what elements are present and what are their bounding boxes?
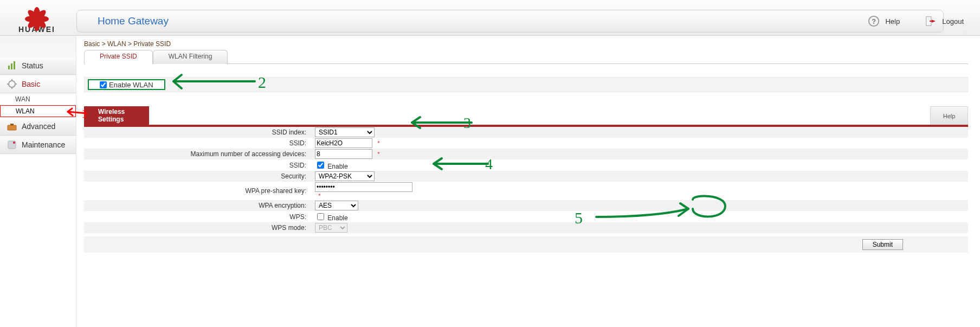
sidebar-item-maintenance[interactable]: Maintenance: [0, 136, 76, 154]
logout-link[interactable]: Logout: [925, 15, 964, 27]
svg-text:?: ?: [872, 17, 876, 25]
sidebar-sublabel-wan: WAN: [15, 95, 30, 103]
wireless-settings-panel: Wireless Settings Help SSID index: SSID1…: [84, 106, 968, 233]
label-wps-mode: WPS mode:: [84, 222, 312, 233]
label-psk: WPA pre-shared key:: [84, 182, 312, 200]
sidebar-label-advanced: Advanced: [22, 122, 55, 131]
label-encryption: WPA encryption:: [84, 200, 312, 211]
label-ssid-index: SSID index:: [84, 127, 312, 138]
title-card: Home Gateway: [76, 10, 944, 33]
breadcrumb: Basic > WLAN > Private SSID: [84, 40, 971, 48]
ssid-enable-text: Enable: [327, 163, 347, 170]
settings-form: SSID index: SSID1 SSID: * Maximum number…: [84, 127, 968, 233]
required-mark: *: [377, 151, 379, 157]
sidebar-sublabel-wlan: WLAN: [16, 107, 35, 115]
submit-label: Submit: [873, 241, 893, 248]
sidebar-label-basic: Basic: [22, 80, 40, 88]
sidebar-item-advanced[interactable]: Advanced: [0, 117, 76, 136]
submit-row: Submit: [84, 236, 968, 253]
sidebar: Status Basic WAN WLAN Advanced Maintenan…: [0, 36, 76, 327]
ssid-input[interactable]: [315, 138, 372, 148]
maintenance-icon: [7, 139, 17, 150]
label-security: Security:: [84, 171, 312, 182]
sidebar-item-basic[interactable]: Basic: [0, 75, 76, 93]
help-link[interactable]: ? Help: [868, 15, 900, 27]
panel-title: Wireless Settings: [84, 106, 149, 125]
wps-text: Enable: [327, 214, 347, 222]
psk-input[interactable]: [315, 182, 412, 192]
tab-wlan-filtering[interactable]: WLAN Filtering: [153, 50, 228, 64]
main-area: Basic > WLAN > Private SSID Private SSID…: [76, 36, 980, 327]
enable-wlan-label: Enable WLAN: [109, 81, 153, 89]
sidebar-subitem-wan[interactable]: WAN: [0, 93, 76, 105]
sidebar-label-maintenance: Maintenance: [22, 140, 65, 149]
enable-wlan-checkbox[interactable]: [100, 81, 107, 88]
page-title: Home Gateway: [98, 15, 169, 27]
svg-point-7: [13, 142, 15, 144]
help-icon: ?: [868, 15, 880, 27]
logout-label: Logout: [942, 17, 964, 25]
tab-label-filter: WLAN Filtering: [169, 53, 212, 60]
wps-checkbox[interactable]: [317, 213, 324, 220]
tab-private-ssid[interactable]: Private SSID: [84, 50, 153, 64]
sidebar-subitem-wlan[interactable]: WLAN: [0, 105, 76, 117]
logout-icon: [925, 15, 937, 27]
label-wps: WPS:: [84, 211, 312, 222]
required-mark: *: [318, 193, 320, 199]
svg-rect-5: [8, 125, 16, 130]
enable-wlan-row: Enable WLAN: [84, 77, 968, 92]
max-devices-input[interactable]: [315, 149, 372, 159]
label-max-devices: Maximum number of accessing devices:: [84, 149, 312, 159]
encryption-select[interactable]: AES: [315, 201, 358, 210]
huawei-icon: [21, 2, 53, 24]
panel-help-label: Help: [943, 113, 956, 119]
submit-button[interactable]: Submit: [862, 239, 903, 250]
gear-icon: [7, 79, 17, 89]
brand-logo: HUAWEI: [4, 2, 69, 34]
enable-wlan-box[interactable]: Enable WLAN: [88, 79, 165, 90]
ssid-enable-checkbox[interactable]: [317, 162, 324, 169]
ssid-index-select[interactable]: SSID1: [315, 127, 375, 137]
sidebar-label-status: Status: [22, 61, 43, 70]
sidebar-item-status[interactable]: Status: [0, 56, 76, 75]
header-bar: HUAWEI Home Gateway ? Help Logout: [0, 0, 980, 36]
required-mark: *: [377, 140, 379, 146]
toolbox-icon: [7, 121, 17, 132]
panel-help-button[interactable]: Help: [930, 106, 968, 125]
help-label: Help: [885, 17, 900, 25]
wps-mode-select: PBC: [315, 223, 347, 233]
tab-bar: Private SSID WLAN Filtering: [84, 50, 971, 64]
security-select[interactable]: WPA2-PSK: [315, 171, 375, 181]
label-ssid-enable: SSID:: [84, 159, 312, 171]
header-links: ? Help Logout: [868, 15, 964, 27]
svg-point-4: [9, 81, 15, 87]
status-icon: [7, 60, 17, 71]
tab-label-private: Private SSID: [100, 53, 137, 60]
label-ssid: SSID:: [84, 138, 312, 149]
